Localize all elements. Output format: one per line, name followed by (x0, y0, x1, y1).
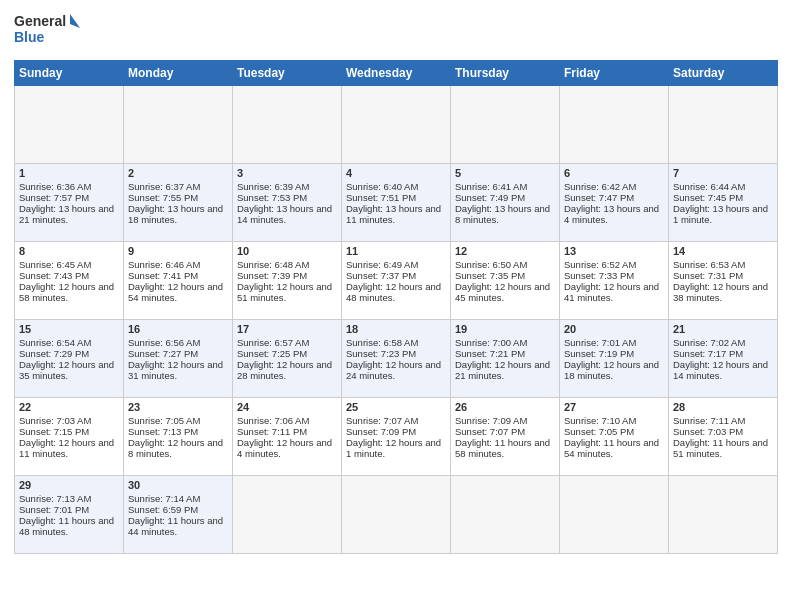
col-header-wednesday: Wednesday (342, 61, 451, 86)
week-row-1: 1Sunrise: 6:36 AMSunset: 7:57 PMDaylight… (15, 164, 778, 242)
calendar-cell (233, 86, 342, 164)
day-info: Sunrise: 6:42 AMSunset: 7:47 PMDaylight:… (564, 181, 659, 225)
day-number: 15 (19, 323, 119, 335)
calendar-cell: 14Sunrise: 6:53 AMSunset: 7:31 PMDayligh… (669, 242, 778, 320)
week-row-2: 8Sunrise: 6:45 AMSunset: 7:43 PMDaylight… (15, 242, 778, 320)
calendar-cell: 22Sunrise: 7:03 AMSunset: 7:15 PMDayligh… (15, 398, 124, 476)
col-header-thursday: Thursday (451, 61, 560, 86)
day-info: Sunrise: 6:45 AMSunset: 7:43 PMDaylight:… (19, 259, 114, 303)
day-info: Sunrise: 7:06 AMSunset: 7:11 PMDaylight:… (237, 415, 332, 459)
day-info: Sunrise: 6:39 AMSunset: 7:53 PMDaylight:… (237, 181, 332, 225)
header-row: SundayMondayTuesdayWednesdayThursdayFrid… (15, 61, 778, 86)
day-info: Sunrise: 6:46 AMSunset: 7:41 PMDaylight:… (128, 259, 223, 303)
day-number: 8 (19, 245, 119, 257)
calendar-cell: 2Sunrise: 6:37 AMSunset: 7:55 PMDaylight… (124, 164, 233, 242)
day-info: Sunrise: 6:53 AMSunset: 7:31 PMDaylight:… (673, 259, 768, 303)
calendar-cell: 5Sunrise: 6:41 AMSunset: 7:49 PMDaylight… (451, 164, 560, 242)
day-info: Sunrise: 7:09 AMSunset: 7:07 PMDaylight:… (455, 415, 550, 459)
col-header-saturday: Saturday (669, 61, 778, 86)
day-info: Sunrise: 6:48 AMSunset: 7:39 PMDaylight:… (237, 259, 332, 303)
day-number: 26 (455, 401, 555, 413)
calendar-cell: 9Sunrise: 6:46 AMSunset: 7:41 PMDaylight… (124, 242, 233, 320)
calendar-cell: 27Sunrise: 7:10 AMSunset: 7:05 PMDayligh… (560, 398, 669, 476)
day-number: 23 (128, 401, 228, 413)
day-info: Sunrise: 7:10 AMSunset: 7:05 PMDaylight:… (564, 415, 659, 459)
day-info: Sunrise: 6:49 AMSunset: 7:37 PMDaylight:… (346, 259, 441, 303)
day-info: Sunrise: 7:14 AMSunset: 6:59 PMDaylight:… (128, 493, 223, 537)
calendar-cell (451, 86, 560, 164)
calendar-cell (669, 476, 778, 554)
day-number: 11 (346, 245, 446, 257)
col-header-tuesday: Tuesday (233, 61, 342, 86)
calendar-cell: 19Sunrise: 7:00 AMSunset: 7:21 PMDayligh… (451, 320, 560, 398)
day-number: 27 (564, 401, 664, 413)
day-number: 20 (564, 323, 664, 335)
day-number: 2 (128, 167, 228, 179)
day-info: Sunrise: 7:00 AMSunset: 7:21 PMDaylight:… (455, 337, 550, 381)
day-number: 16 (128, 323, 228, 335)
day-info: Sunrise: 6:52 AMSunset: 7:33 PMDaylight:… (564, 259, 659, 303)
calendar-cell: 29Sunrise: 7:13 AMSunset: 7:01 PMDayligh… (15, 476, 124, 554)
day-number: 4 (346, 167, 446, 179)
calendar-cell: 10Sunrise: 6:48 AMSunset: 7:39 PMDayligh… (233, 242, 342, 320)
calendar-cell: 6Sunrise: 6:42 AMSunset: 7:47 PMDaylight… (560, 164, 669, 242)
calendar-cell: 21Sunrise: 7:02 AMSunset: 7:17 PMDayligh… (669, 320, 778, 398)
day-number: 28 (673, 401, 773, 413)
calendar-cell: 18Sunrise: 6:58 AMSunset: 7:23 PMDayligh… (342, 320, 451, 398)
day-info: Sunrise: 6:37 AMSunset: 7:55 PMDaylight:… (128, 181, 223, 225)
calendar-cell: 8Sunrise: 6:45 AMSunset: 7:43 PMDaylight… (15, 242, 124, 320)
calendar-cell: 30Sunrise: 7:14 AMSunset: 6:59 PMDayligh… (124, 476, 233, 554)
week-row-0 (15, 86, 778, 164)
calendar-cell: 12Sunrise: 6:50 AMSunset: 7:35 PMDayligh… (451, 242, 560, 320)
day-number: 12 (455, 245, 555, 257)
day-number: 7 (673, 167, 773, 179)
day-number: 1 (19, 167, 119, 179)
calendar-cell (342, 86, 451, 164)
calendar-cell: 4Sunrise: 6:40 AMSunset: 7:51 PMDaylight… (342, 164, 451, 242)
calendar-cell: 24Sunrise: 7:06 AMSunset: 7:11 PMDayligh… (233, 398, 342, 476)
day-number: 19 (455, 323, 555, 335)
day-info: Sunrise: 7:05 AMSunset: 7:13 PMDaylight:… (128, 415, 223, 459)
col-header-monday: Monday (124, 61, 233, 86)
col-header-friday: Friday (560, 61, 669, 86)
week-row-4: 22Sunrise: 7:03 AMSunset: 7:15 PMDayligh… (15, 398, 778, 476)
calendar-cell (124, 86, 233, 164)
logo-svg: General Blue (14, 10, 84, 52)
calendar-cell: 1Sunrise: 6:36 AMSunset: 7:57 PMDaylight… (15, 164, 124, 242)
calendar-cell (560, 86, 669, 164)
day-number: 3 (237, 167, 337, 179)
calendar-cell: 23Sunrise: 7:05 AMSunset: 7:13 PMDayligh… (124, 398, 233, 476)
day-number: 6 (564, 167, 664, 179)
calendar-cell (669, 86, 778, 164)
day-info: Sunrise: 7:01 AMSunset: 7:19 PMDaylight:… (564, 337, 659, 381)
calendar-cell: 20Sunrise: 7:01 AMSunset: 7:19 PMDayligh… (560, 320, 669, 398)
day-info: Sunrise: 7:13 AMSunset: 7:01 PMDaylight:… (19, 493, 114, 537)
day-number: 13 (564, 245, 664, 257)
calendar-cell: 13Sunrise: 6:52 AMSunset: 7:33 PMDayligh… (560, 242, 669, 320)
day-info: Sunrise: 6:36 AMSunset: 7:57 PMDaylight:… (19, 181, 114, 225)
day-number: 9 (128, 245, 228, 257)
col-header-sunday: Sunday (15, 61, 124, 86)
day-number: 17 (237, 323, 337, 335)
calendar-cell (233, 476, 342, 554)
day-info: Sunrise: 6:58 AMSunset: 7:23 PMDaylight:… (346, 337, 441, 381)
logo: General Blue (14, 10, 84, 52)
day-info: Sunrise: 7:03 AMSunset: 7:15 PMDaylight:… (19, 415, 114, 459)
day-number: 10 (237, 245, 337, 257)
main-container: General Blue SundayMondayTuesdayWednesda… (0, 0, 792, 564)
calendar-cell: 28Sunrise: 7:11 AMSunset: 7:03 PMDayligh… (669, 398, 778, 476)
calendar-cell: 11Sunrise: 6:49 AMSunset: 7:37 PMDayligh… (342, 242, 451, 320)
calendar-cell: 15Sunrise: 6:54 AMSunset: 7:29 PMDayligh… (15, 320, 124, 398)
svg-marker-2 (70, 14, 80, 28)
header: General Blue (14, 10, 778, 52)
calendar-cell (451, 476, 560, 554)
calendar-cell: 7Sunrise: 6:44 AMSunset: 7:45 PMDaylight… (669, 164, 778, 242)
day-number: 25 (346, 401, 446, 413)
day-info: Sunrise: 6:41 AMSunset: 7:49 PMDaylight:… (455, 181, 550, 225)
day-info: Sunrise: 6:40 AMSunset: 7:51 PMDaylight:… (346, 181, 441, 225)
svg-text:General: General (14, 13, 66, 29)
calendar-cell (342, 476, 451, 554)
calendar-cell: 3Sunrise: 6:39 AMSunset: 7:53 PMDaylight… (233, 164, 342, 242)
day-info: Sunrise: 7:02 AMSunset: 7:17 PMDaylight:… (673, 337, 768, 381)
day-info: Sunrise: 6:44 AMSunset: 7:45 PMDaylight:… (673, 181, 768, 225)
